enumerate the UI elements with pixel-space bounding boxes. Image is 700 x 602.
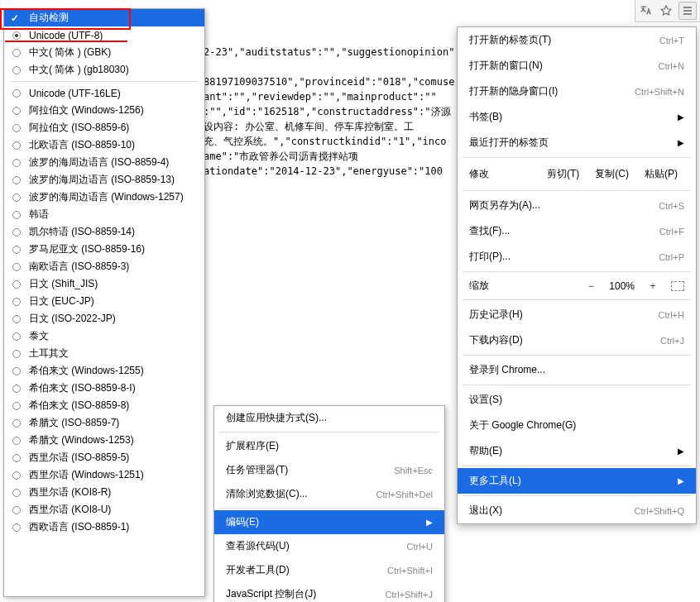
encoding-item[interactable]: 波罗的海周边语言 (ISO-8859-4) [4, 154, 204, 171]
encoding-item[interactable]: 罗马尼亚文 (ISO-8859-16) [4, 241, 204, 258]
menu-label: 泰文 [29, 329, 49, 343]
zoom-in-button[interactable]: + [646, 280, 659, 292]
shortcut-label: Ctrl+Shift+I [387, 566, 433, 576]
new-window-item[interactable]: 打开新的窗口(N)Ctrl+N [458, 53, 696, 79]
menu-label: 波罗的海周边语言 (Windows-1257) [29, 190, 184, 204]
star-icon[interactable] [659, 3, 674, 18]
menu-label: JavaScript 控制台(J) [226, 587, 316, 601]
encoding-item-utf8[interactable]: Unicode (UTF-8) [4, 26, 204, 44]
encoding-item[interactable]: 编码(E)▶ [214, 510, 444, 534]
encoding-item[interactable]: 土耳其文 [4, 345, 204, 362]
copy-button[interactable]: 复制(C) [588, 163, 635, 185]
settings-item[interactable]: 设置(S) [458, 387, 696, 413]
radio-icon [12, 367, 21, 375]
encoding-item[interactable]: 日文 (Shift_JIS) [4, 275, 204, 293]
translate-icon[interactable] [639, 3, 654, 18]
save-as-item[interactable]: 网页另存为(A)...Ctrl+S [458, 193, 696, 218]
chevron-right-icon: ▶ [678, 447, 684, 456]
encoding-item[interactable]: 西里尔语 (ISO-8859-5) [4, 449, 204, 466]
bookmarks-item[interactable]: 书签(B)▶ [458, 104, 696, 130]
incognito-item[interactable]: 打开新的隐身窗口(I)Ctrl+Shift+N [458, 79, 696, 104]
create-shortcut-item[interactable]: 创建应用快捷方式(S)... [214, 406, 444, 430]
radio-icon [12, 246, 21, 254]
cut-button[interactable]: 剪切(T) [540, 163, 586, 185]
encoding-item[interactable]: 希伯来文 (ISO-8859-8) [4, 397, 204, 414]
encoding-item[interactable]: 西里尔语 (KOI8-U) [4, 501, 204, 518]
encoding-item[interactable]: 波罗的海周边语言 (ISO-8859-13) [4, 171, 204, 189]
radio-icon [12, 124, 21, 132]
menu-label: 关于 Google Chrome(G) [469, 418, 576, 432]
chevron-right-icon: ▶ [678, 138, 684, 147]
encoding-item[interactable]: 日文 (EUC-JP) [4, 293, 204, 310]
menu-label: 北欧语言 (ISO-8859-10) [29, 138, 135, 152]
encoding-item[interactable]: 阿拉伯文 (Windows-1256) [4, 102, 204, 119]
encoding-item[interactable]: 南欧语言 (ISO-8859-3) [4, 258, 204, 275]
view-source-item[interactable]: 查看源代码(U)Ctrl+U [214, 534, 444, 558]
task-manager-item[interactable]: 任务管理器(T)Shift+Esc [214, 458, 444, 482]
encoding-item[interactable]: Unicode (UTF-16LE) [4, 84, 204, 102]
find-item[interactable]: 查找(F)...Ctrl+F [458, 218, 696, 244]
encoding-item[interactable]: 波罗的海周边语言 (Windows-1257) [4, 189, 204, 206]
radio-icon [12, 107, 21, 115]
menu-label: Unicode (UTF-8) [29, 30, 103, 41]
radio-icon [12, 506, 21, 514]
encoding-item[interactable]: 中文( 简体 ) (GBK) [4, 44, 204, 61]
menu-label: 历史记录(H) [469, 308, 523, 322]
new-tab-item[interactable]: 打开新的标签页(T)Ctrl+T [458, 27, 696, 53]
js-console-item[interactable]: JavaScript 控制台(J)Ctrl+Shift+J [214, 582, 444, 602]
encoding-item[interactable]: 阿拉伯文 (ISO-8859-6) [4, 119, 204, 136]
encoding-item[interactable]: 泰文 [4, 327, 204, 345]
history-item[interactable]: 历史记录(H)Ctrl+H [458, 302, 696, 327]
radio-icon [12, 350, 21, 358]
chevron-right-icon: ▶ [678, 112, 684, 122]
separator [463, 299, 691, 300]
quit-item[interactable]: 退出(X)Ctrl+Shift+Q [458, 498, 696, 523]
encoding-item[interactable]: 西里尔语 (KOI8-R) [4, 484, 204, 501]
menu-label: 最近打开的标签页 [469, 136, 549, 150]
encoding-item[interactable]: 韩语 [4, 206, 204, 223]
menu-label: 波罗的海周边语言 (ISO-8859-13) [29, 173, 175, 187]
encoding-item[interactable]: 西欧语言 (ISO-8859-1) [4, 518, 204, 536]
fullscreen-icon[interactable] [671, 281, 684, 291]
radio-icon [12, 194, 21, 202]
help-item[interactable]: 帮助(E)▶ [458, 438, 696, 464]
chrome-main-menu: 打开新的标签页(T)Ctrl+T 打开新的窗口(N)Ctrl+N 打开新的隐身窗… [457, 26, 697, 524]
more-tools-item[interactable]: 更多工具(L)▶ [458, 468, 696, 494]
menu-label: 中文( 简体 ) (GBK) [29, 45, 111, 60]
hamburger-menu-icon[interactable] [678, 2, 697, 20]
encoding-item[interactable]: 希腊文 (Windows-1253) [4, 432, 204, 449]
separator [219, 508, 439, 509]
shortcut-label: Ctrl+Shift+Del [376, 490, 433, 499]
menu-label: 打开新的隐身窗口(I) [469, 84, 558, 98]
radio-icon [12, 49, 21, 57]
menu-label: 设置(S) [469, 393, 502, 407]
encoding-item[interactable]: 西里尔语 (Windows-1251) [4, 466, 204, 484]
dev-tools-item[interactable]: 开发者工具(D)Ctrl+Shift+I [214, 558, 444, 582]
encoding-item[interactable]: 希腊文 (ISO-8859-7) [4, 414, 204, 432]
chevron-right-icon: ▶ [426, 518, 433, 527]
radio-icon [12, 89, 21, 98]
zoom-out-button[interactable]: − [584, 280, 597, 292]
encoding-item[interactable]: 希伯来文 (Windows-1255) [4, 362, 204, 380]
menu-label: 网页另存为(A)... [469, 198, 540, 213]
menu-label: Unicode (UTF-16LE) [29, 88, 121, 99]
encoding-item[interactable]: 日文 (ISO-2022-JP) [4, 310, 204, 327]
encoding-item[interactable]: 希伯来文 (ISO-8859-8-I) [4, 380, 204, 397]
menu-label: 打印(P)... [469, 250, 511, 264]
shortcut-label: Ctrl+J [660, 336, 684, 346]
about-item[interactable]: 关于 Google Chrome(G) [458, 413, 696, 438]
encoding-item[interactable]: 北欧语言 (ISO-8859-10) [4, 136, 204, 154]
recent-tabs-item[interactable]: 最近打开的标签页▶ [458, 130, 696, 155]
radio-icon [12, 263, 21, 271]
paste-button[interactable]: 粘贴(P) [638, 163, 684, 185]
menu-label: 西里尔语 (KOI8-U) [29, 503, 111, 517]
encoding-item[interactable]: 凯尔特语 (ISO-8859-14) [4, 223, 204, 241]
clear-data-item[interactable]: 清除浏览数据(C)...Ctrl+Shift+Del [214, 482, 444, 506]
extensions-item[interactable]: 扩展程序(E) [214, 434, 444, 458]
signin-item[interactable]: 登录到 Chrome... [458, 357, 696, 383]
downloads-item[interactable]: 下载内容(D)Ctrl+J [458, 327, 696, 353]
encoding-auto-detect[interactable]: ✓ 自动检测 [4, 9, 204, 26]
print-item[interactable]: 打印(P)...Ctrl+P [458, 244, 696, 270]
encoding-item[interactable]: 中文( 简体 ) (gb18030) [4, 61, 204, 79]
menu-label: 任务管理器(T) [226, 463, 288, 477]
